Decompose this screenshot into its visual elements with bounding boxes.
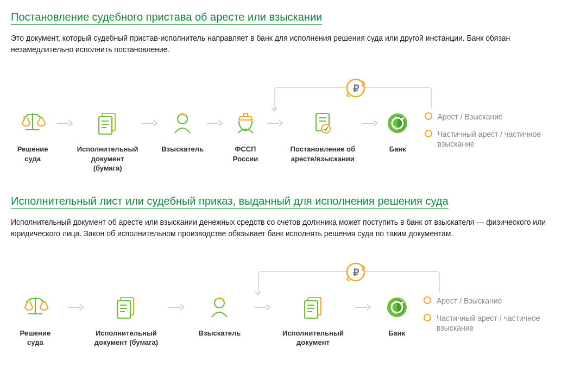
outcome-item: Частичный арест / частичное взыскание [424,313,563,333]
section-title: Исполнительный лист или судебный приказ,… [11,195,449,209]
step-label: Исполнительный документ (бумага) [92,328,161,347]
bullet-icon [424,314,431,321]
scales-icon [22,293,48,322]
step-exec-doc-paper: Исполнительный документ (бумага) [76,109,139,173]
ruble-badge-icon [345,261,367,283]
loop-arrowhead-icon [255,288,261,298]
arrow-icon [347,293,380,322]
step-claimant: Взыскатель [193,293,247,338]
person-icon [169,109,195,138]
documents-icon [300,293,326,322]
doc-check-icon [310,109,336,138]
step-label: Взыскатель [199,328,241,338]
step-label: Банк [389,144,406,154]
documents-icon [94,109,121,138]
step-label: ФССП России [226,144,264,163]
bullet-icon [424,296,431,304]
bank-icon [384,293,410,322]
arrow-icon [359,109,381,138]
ruble-badge-icon [345,77,367,99]
bullet-icon [425,130,432,137]
arrow-icon [160,293,193,322]
outcome-text: Арест / Взыскание [438,112,503,122]
outcome-item: Арест / Взыскание [425,112,563,122]
step-court-decision: Решение суда [11,109,54,163]
step-fssp: ФССП России [226,109,264,163]
step-resolution: Постановление об аресте/взыскании [286,109,359,163]
step-label: Исполнительный документ [279,328,348,347]
bank-icon [384,109,411,138]
person-icon [206,293,232,322]
outcome-item: Частичный арест / частичное взыскание [425,129,563,149]
officer-icon [232,109,258,138]
arrow-icon [247,293,279,322]
step-label: Решение суда [11,328,60,347]
step-bank: Банк [381,109,414,154]
arrow-icon [139,109,161,138]
flow-diagram-1: Решение суда Исполнительный документ (бу… [11,77,563,173]
section-2: Исполнительный лист или судебный приказ,… [11,195,563,347]
step-label: Решение суда [11,144,54,163]
step-court-decision: Решение суда [11,293,60,347]
documents-icon [113,293,139,322]
flow-diagram-2: Решение суда Исполнительный документ (бу… [11,261,563,347]
section-title: Постановление судебного пристава об арес… [11,11,322,25]
arrow-icon [60,293,92,322]
outcome-item: Арест / Взыскание [424,296,563,306]
outcomes-list: Арест / Взыскание Частичный арест / част… [425,109,563,149]
section-desc: Это документ, который судебный пристав-и… [11,33,563,55]
outcome-text: Частичный арест / частичное взыскание [438,129,563,149]
outcome-text: Арест / Взыскание [437,296,502,306]
step-bank: Банк [380,293,414,338]
step-label: Исполнительный документ (бумага) [76,144,139,173]
step-label: Постановление об аресте/взыскании [286,144,359,163]
section-desc: Исполнительный документ об аресте или вз… [11,217,563,239]
step-exec-doc-paper: Исполнительный документ (бумага) [92,293,161,347]
step-exec-doc: Исполнительный документ [279,293,348,347]
step-claimant: Взыскатель [161,109,204,154]
bullet-icon [425,112,432,120]
outcomes-list: Арест / Взыскание Частичный арест / част… [424,293,563,333]
arrow-icon [54,109,76,138]
step-label: Банк [388,328,405,338]
arrow-icon [204,109,226,138]
loop-arrowhead-icon [272,104,277,114]
scales-icon [20,109,46,138]
step-label: Взыскатель [161,144,204,154]
outcome-text: Частичный арест / частичное взыскание [437,313,563,333]
section-1: Постановление судебного пристава об арес… [11,11,563,173]
